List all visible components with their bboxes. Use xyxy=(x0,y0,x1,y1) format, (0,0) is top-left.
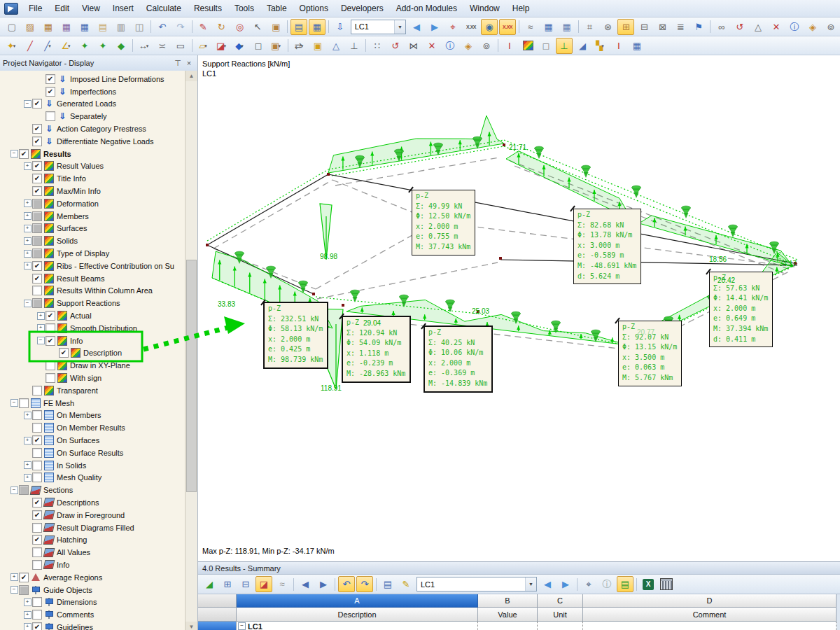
table-row[interactable]: −LC1 xyxy=(237,622,478,630)
tree-item-mesh-quality[interactable]: +Mesh Quality xyxy=(0,472,186,484)
tree-item-info[interactable]: Info xyxy=(0,559,186,571)
checkbox[interactable]: ✔ xyxy=(32,99,42,108)
calc-flow-icon[interactable]: ⊟ xyxy=(636,19,652,35)
expander-plus-icon[interactable]: + xyxy=(36,324,45,332)
expander-plus-icon[interactable]: + xyxy=(23,262,31,270)
column-header-b[interactable]: B xyxy=(478,594,538,608)
expander-minus-icon[interactable]: − xyxy=(36,337,45,344)
expander-minus-icon[interactable]: − xyxy=(10,150,18,158)
table-layout-icon[interactable]: ▦ xyxy=(629,38,645,54)
new-surface-icon[interactable]: ◆ xyxy=(113,38,130,54)
member-set-icon[interactable]: ✦ xyxy=(94,38,111,54)
scroll-up-icon[interactable]: ▲ xyxy=(186,71,197,81)
table-download-icon[interactable]: ⊟ xyxy=(237,576,254,592)
clipboard-icon[interactable]: ▤ xyxy=(94,19,111,35)
tree-item-members[interactable]: +Members xyxy=(0,210,186,223)
checkbox[interactable]: ✔ xyxy=(32,261,42,271)
mesh-icon[interactable]: ⌗ xyxy=(581,19,598,35)
checkbox[interactable]: ✔ xyxy=(32,510,42,520)
loadcase-icon[interactable]: ⇩ xyxy=(332,19,349,35)
expander-plus-icon[interactable]: + xyxy=(23,623,31,630)
checkbox[interactable] xyxy=(32,386,42,396)
chevron-down-icon[interactable]: ▾ xyxy=(278,43,282,48)
delete-icon[interactable]: ✕ xyxy=(768,19,785,35)
supports-view-icon[interactable]: ⊥ xyxy=(556,38,573,54)
table-chart-icon[interactable]: ◪ xyxy=(255,576,272,592)
project-icon[interactable]: ⊥ xyxy=(346,38,363,54)
checkbox[interactable]: ✔ xyxy=(19,149,29,159)
table-cell[interactable] xyxy=(538,622,583,630)
chevron-down-icon[interactable]: ▾ xyxy=(13,43,18,48)
table-view-left-icon[interactable]: ▤ xyxy=(290,19,307,35)
edit-note-icon[interactable]: ✎ xyxy=(398,576,414,592)
load-eval-icon[interactable]: ≣ xyxy=(672,19,689,35)
tree-item-result-diagrams-filled[interactable]: Result Diagrams Filled xyxy=(0,522,186,534)
save-copy-icon[interactable]: ▦ xyxy=(58,19,75,35)
redo-icon[interactable]: ↷ xyxy=(172,19,189,35)
new-member-icon[interactable]: ✦ xyxy=(76,38,93,54)
column-label-comment[interactable]: Comment xyxy=(583,608,836,622)
checkbox[interactable]: ✔ xyxy=(32,535,42,545)
tree-item-title-info[interactable]: ✔Title Info xyxy=(0,172,186,185)
tree-item-on-surfaces[interactable]: +✔On Surfaces xyxy=(0,434,186,447)
prev-loadcase-icon[interactable]: ◀ xyxy=(408,19,425,35)
tree-item-imperfections[interactable]: ✔⇓Imperfections xyxy=(0,85,186,98)
scroll-down-icon[interactable]: ▼ xyxy=(186,622,197,630)
rotate-view-icon[interactable]: ↻ xyxy=(213,19,230,35)
expander-plus-icon[interactable]: + xyxy=(23,225,31,232)
tree-item-on-members[interactable]: +On Members xyxy=(0,410,186,422)
checkbox[interactable]: ✔ xyxy=(59,348,69,358)
checkbox[interactable]: ✔ xyxy=(32,136,42,146)
move-icon[interactable]: ⇄▾ xyxy=(291,38,308,54)
checkbox[interactable] xyxy=(32,610,42,620)
column-header-c[interactable]: C xyxy=(538,594,583,608)
expander-minus-icon[interactable]: − xyxy=(23,300,31,307)
jump-table-icon[interactable]: ↷ xyxy=(356,576,373,592)
panel-colors-icon[interactable] xyxy=(519,38,536,54)
menu-window[interactable]: Window xyxy=(463,1,506,15)
print-preview-icon[interactable]: ◫ xyxy=(131,19,148,35)
table-curve-icon[interactable]: ≈ xyxy=(274,576,290,592)
rotate-object-icon[interactable]: ↺ xyxy=(387,38,404,54)
mirror-object-icon[interactable]: △ xyxy=(328,38,344,54)
expander-plus-icon[interactable]: + xyxy=(36,312,45,320)
expander-minus-icon[interactable]: − xyxy=(10,586,18,594)
solid-set-icon[interactable]: ▣▾ xyxy=(268,38,285,54)
isection-icon[interactable]: Ⅰ xyxy=(501,38,518,54)
chevron-down-icon[interactable]: ▼ xyxy=(525,578,536,591)
print-icon[interactable]: ▥ xyxy=(113,19,130,35)
connect-members-icon[interactable]: ∷ xyxy=(369,38,386,54)
new-arc-icon[interactable]: ∠▾ xyxy=(58,38,75,54)
checkbox[interactable] xyxy=(46,111,55,121)
select-cursor-icon[interactable]: ↖ xyxy=(249,19,266,35)
mesh-settings-icon[interactable]: ⊛ xyxy=(599,19,616,35)
expander-minus-icon[interactable]: − xyxy=(10,399,18,407)
next-loadcase-icon[interactable]: ▶ xyxy=(426,19,443,35)
checkbox[interactable] xyxy=(19,485,29,495)
menu-calculate[interactable]: Calculate xyxy=(140,1,188,15)
table-cell[interactable] xyxy=(478,622,538,630)
tables-b-icon[interactable]: ▦ xyxy=(559,19,575,35)
chevron-down-icon[interactable]: ▾ xyxy=(223,43,227,48)
tree-item-draw-in-foreground[interactable]: ✔Draw in Foreground xyxy=(0,509,186,522)
checkbox[interactable]: ✔ xyxy=(32,435,42,445)
settings-gears-icon[interactable]: ⊚ xyxy=(822,19,839,35)
checkbox[interactable]: ✔ xyxy=(32,161,42,171)
new-load-icon[interactable]: ▱▾ xyxy=(195,38,212,54)
chevron-down-icon[interactable]: ▾ xyxy=(301,43,305,48)
flip-icon[interactable]: ⋈ xyxy=(405,38,422,54)
tree-item-results[interactable]: −✔Results xyxy=(0,148,186,160)
menu-tools[interactable]: Tools xyxy=(228,1,260,15)
save-icon[interactable]: ▦ xyxy=(76,19,93,35)
menu-view[interactable]: View xyxy=(76,1,106,15)
line-type-icon[interactable]: ╱▾ xyxy=(40,38,57,54)
view-grid-icon[interactable]: ▤ xyxy=(379,576,396,592)
connect-icon[interactable]: ∞ xyxy=(713,19,730,35)
chevron-down-icon[interactable]: ▼ xyxy=(394,20,405,34)
expander-plus-icon[interactable]: + xyxy=(23,237,31,245)
surface-load-icon[interactable]: ◆▾ xyxy=(232,38,248,54)
checkbox[interactable] xyxy=(32,472,42,482)
loadcase-combobox[interactable]: LC1▼ xyxy=(416,577,537,592)
scroll-thumb[interactable] xyxy=(186,260,197,492)
tree-item-on-member-results[interactable]: On Member Results xyxy=(0,421,186,434)
